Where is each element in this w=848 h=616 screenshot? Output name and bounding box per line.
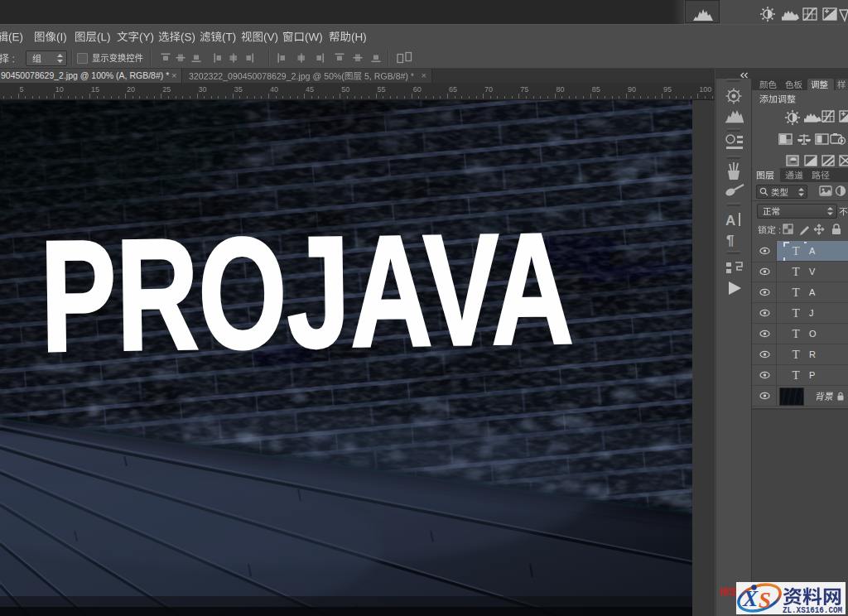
svg-text:ZL.XS1616.COM: ZL.XS1616.COM: [783, 606, 842, 615]
svg-text:X: X: [742, 586, 759, 611]
svg-text:A: A: [725, 213, 735, 229]
svg-text:¶: ¶: [726, 233, 734, 248]
svg-text:S: S: [759, 588, 771, 613]
svg-text:PROJAVA: PROJAVA: [39, 200, 574, 384]
